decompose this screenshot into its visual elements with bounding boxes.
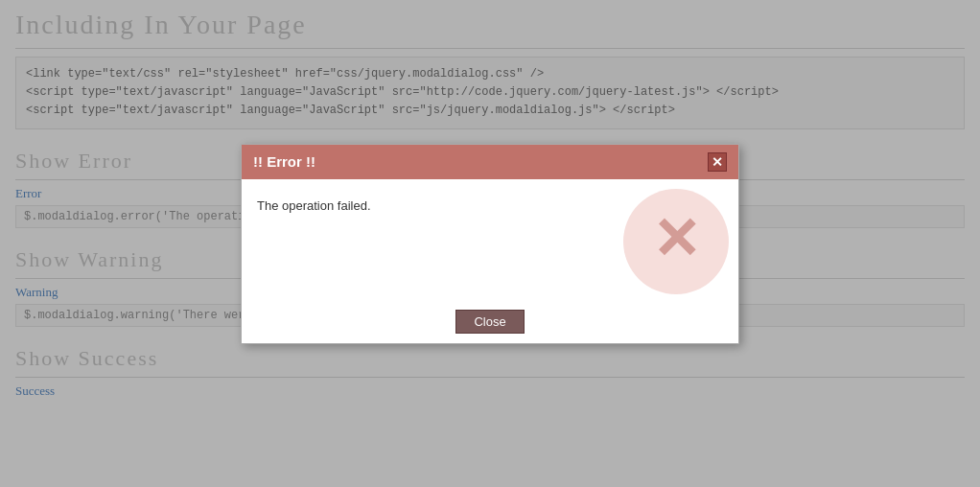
modal-title: !! Error !! [253,153,315,170]
modal-close-x-button[interactable]: ✕ [708,152,727,172]
modal-overlay[interactable]: !! Error !! ✕ The operation failed. ✕ Cl… [0,0,980,422]
close-x-icon: ✕ [712,154,723,170]
modal-message: The operation failed. [257,198,723,213]
modal-dialog: !! Error !! ✕ The operation failed. ✕ Cl… [241,144,739,344]
modal-body: The operation failed. ✕ [242,179,738,304]
modal-footer: Close [242,304,738,343]
modal-error-x-icon: ✕ [652,211,700,268]
modal-header: !! Error !! ✕ [242,145,738,179]
modal-close-button[interactable]: Close [455,310,524,334]
